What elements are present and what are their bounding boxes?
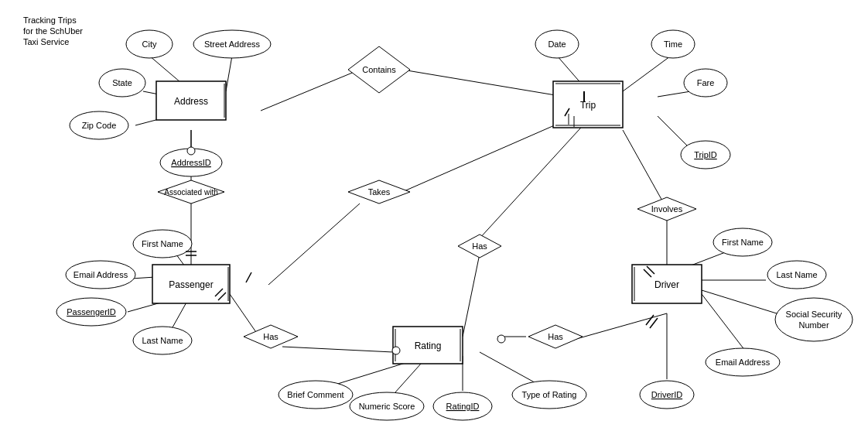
svg-line-7 [658,91,691,97]
attr-fare-label: Fare [697,78,715,87]
rel-associated-label: Associated with [164,188,217,197]
svg-point-53 [392,347,400,354]
diagram-container: Tracking Trips for the SchUber Taxi Serv… [0,0,868,438]
attr-brief-comment-label: Brief Comment [287,390,343,399]
rel-has2-label: Has [263,332,279,341]
svg-line-17 [623,130,667,209]
svg-line-58 [650,318,658,328]
diagram-title: Tracking Trips [23,15,77,25]
attr-email-address-label: Email Address [73,270,128,279]
rel-has1-label: Has [472,241,487,251]
svg-line-57 [646,315,654,325]
er-diagram: Tracking Trips for the SchUber Taxi Serv… [0,0,868,438]
attr-type-of-rating-label: Type of Rating [522,390,577,399]
svg-line-15 [480,120,588,238]
attr-city-label: City [142,39,157,49]
attr-ssn-label: Social Security [786,310,842,319]
attr-date-label: Date [548,39,566,49]
rel-involves-label: Involves [651,204,683,214]
diagram-title-3: Taxi Service [23,37,69,46]
diagram-title-2: for the SchUber [23,26,83,36]
rel-contains-label: Contains [362,65,396,74]
attr-trip-id-label: TripID [694,150,717,159]
attr-numeric-score-label: Numeric Score [359,402,415,411]
svg-line-13 [268,204,360,285]
attr-state-label: State [112,78,132,87]
svg-line-49 [246,272,251,282]
rel-takes-label: Takes [368,187,391,197]
entity-driver-label: Driver [654,279,679,290]
entity-address-label: Address [174,96,208,107]
attr-passenger-last-name-label: Last Name [142,336,183,345]
svg-line-1 [226,56,232,91]
svg-line-35 [480,352,540,385]
entity-trip-label: Trip [580,100,596,111]
rel-has3-label: Has [548,332,563,341]
attr-zip-code-label: Zip Code [82,121,117,130]
attr-time-label: Time [664,39,682,49]
attr-driver-first-name-label: First Name [722,238,764,247]
svg-point-56 [497,335,505,343]
entity-passenger-label: Passenger [169,279,213,290]
attr-address-id-label: AddressID [171,158,210,167]
svg-line-9 [261,70,360,111]
attr-passenger-first-name-label: First Name [142,239,183,248]
svg-line-20 [282,347,393,352]
attr-street-address-label: Street Address [204,39,261,49]
entity-rating-label: Rating [415,340,442,351]
svg-line-29 [702,290,789,317]
attr-driver-email-label: Email Address [716,358,771,367]
attr-ssn-label2: Number [798,320,829,330]
svg-line-19 [230,294,259,337]
attr-rating-id-label: RatingID [446,402,480,411]
attr-driver-last-name-label: Last Name [776,270,817,279]
svg-line-6 [623,54,673,91]
attr-driver-id-label: DriverID [651,390,682,399]
attr-passenger-id-label: PassengerID [67,307,116,317]
svg-point-43 [187,147,195,155]
svg-line-16 [463,254,480,337]
attr-ssn [775,298,853,341]
